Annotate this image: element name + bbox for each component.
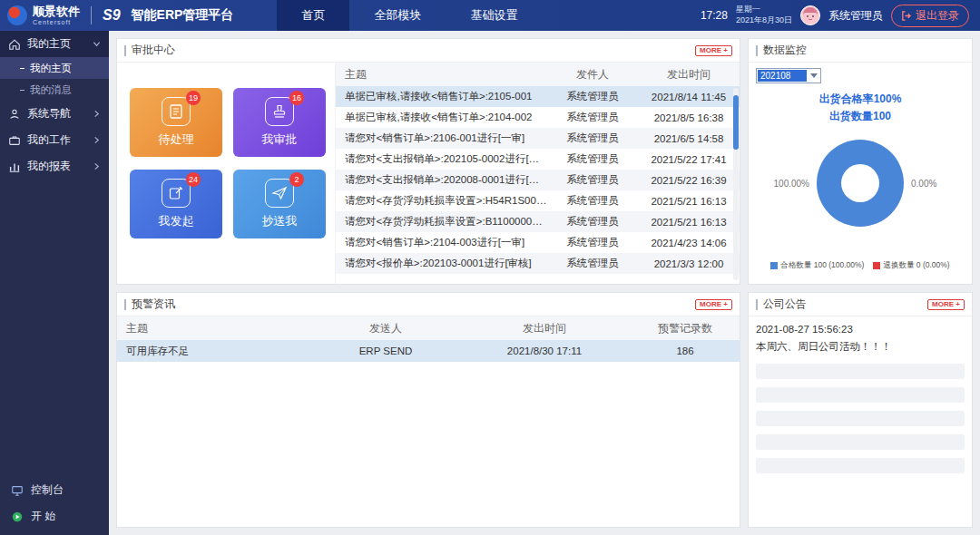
data-monitor-panel: 数据监控 202108 出货合格率100% 出货数量100 100.00% 0.… (748, 38, 973, 285)
announcement-empty-row (756, 411, 965, 426)
tile-initiated-by-me[interactable]: 24 我发起 (130, 170, 222, 238)
col-subject: 主题 (336, 67, 547, 83)
announcement-content[interactable]: 本周六、周日公司活动！！！ (756, 338, 965, 355)
row-count: 186 (631, 345, 740, 356)
pass-rate-stat: 出货合格率100% (819, 91, 902, 108)
brand-name-en: Centersoft (33, 19, 80, 25)
row-subject: 单据已审核,请接收<销售订单>:2105-001 (336, 90, 547, 103)
logout-button[interactable]: 退出登录 (891, 5, 969, 27)
brand-swirl-icon (7, 5, 27, 25)
tab-all-modules[interactable]: 全部模块 (349, 0, 446, 31)
table-row[interactable]: 单据已审核,请接收<销售订单>:2104-002 系统管理员 2021/8/5 … (336, 107, 740, 128)
period-select[interactable]: 202108 (756, 68, 821, 83)
user-name: 系统管理员 (828, 8, 883, 24)
table-row[interactable]: 请您对<支出报销单>:202008-0001进行[审核] 系统管理员 2021/… (336, 170, 740, 190)
sidebar-item-my-work[interactable]: 我的工作 (0, 127, 109, 153)
cc-badge: 2 (289, 172, 304, 187)
legend-label: 合格数量 100 (100.00%) (780, 260, 864, 271)
donut-ring (817, 140, 904, 227)
col-subject: 主题 (117, 321, 313, 336)
sidebar-item-system-nav[interactable]: 系统导航 (0, 101, 109, 127)
sub-item-dash (20, 68, 24, 69)
scrollbar-thumb[interactable] (733, 95, 739, 150)
announcement-more-link[interactable]: MORE + (927, 299, 965, 310)
sidebar-item-my-messages[interactable]: 我的消息 (0, 79, 109, 101)
sidebar-sub-label: 我的消息 (30, 83, 72, 97)
tab-basic-settings[interactable]: 基础设置 (446, 0, 542, 31)
tab-home[interactable]: 首页 (277, 0, 349, 31)
sidebar-group-label: 我的主页 (27, 36, 71, 52)
donut-legend: 合格数量 100 (100.00%) 退换数量 0 (0.00%) (770, 260, 949, 278)
row-time: 2021/3/3 12:00 (638, 258, 740, 269)
header-divider (91, 6, 92, 24)
announcement-empty-row (756, 364, 965, 379)
date-block: 星期一 2021年8月30日 (736, 5, 792, 25)
table-row[interactable]: 可用库存不足 ERP SEND 2021/8/30 17:11 186 (117, 340, 740, 362)
approval-scrollbar[interactable] (733, 88, 739, 280)
row-sender: 系统管理员 (547, 152, 638, 166)
row-sender: 系统管理员 (547, 90, 638, 103)
legend-label: 退换数量 0 (0.00%) (883, 260, 949, 271)
sidebar-sub-label: 我的主页 (30, 62, 72, 75)
user-avatar[interactable] (800, 5, 820, 25)
donut-chart: 100.00% 0.00% (766, 140, 955, 227)
app-title: 智能ERP管理平台 (132, 7, 234, 24)
sidebar: 我的主页 我的主页 我的消息 系统导航 我的工作 (0, 31, 109, 535)
stamp-icon (271, 103, 288, 120)
table-row[interactable]: 请您对<销售订单>:2104-003进行[一审] 系统管理员 2021/4/23… (336, 232, 740, 253)
title-accent-bar (756, 299, 758, 310)
row-subject: 请您对<报价单>:202103-0001进行[审核] (336, 257, 547, 270)
sidebar-item-my-home[interactable]: 我的主页 (0, 31, 109, 57)
row-subject: 请您对<销售订单>:2104-003进行[一审] (336, 236, 547, 249)
table-row[interactable]: 单据已审核,请接收<销售订单>:2105-001 系统管理员 2021/8/14… (336, 86, 740, 107)
row-subject: 请您对<销售订单>:2106-001进行[一审] (336, 131, 547, 145)
tile-pending[interactable]: 19 待处理 (130, 88, 222, 157)
start-play-icon (11, 511, 24, 523)
date-label: 2021年8月30日 (736, 15, 792, 26)
approval-table-header: 主题 发件人 发出时间 (336, 63, 740, 86)
sidebar-item-my-home-page[interactable]: 我的主页 (0, 57, 109, 79)
row-time: 2021/5/21 16:13 (638, 217, 740, 228)
row-time: 2021/8/14 11:45 (638, 92, 740, 102)
table-row[interactable]: 请您对<销售订单>:2106-001进行[一审] 系统管理员 2021/6/5 … (336, 128, 740, 149)
table-row[interactable]: 请您对<存货浮动耗损率设置>:B11000001进行[审核] 系统管理员 202… (336, 211, 740, 232)
table-row[interactable]: 请您对<支出报销单>:202105-0002进行[审核] 系统管理员 2021/… (336, 149, 740, 170)
chevron-right-icon (93, 110, 101, 118)
title-accent-bar (756, 45, 758, 56)
tile-label: 待处理 (159, 131, 194, 148)
row-sender: 系统管理员 (547, 236, 638, 249)
legend-swatch-blue (770, 262, 778, 269)
row-subject: 单据已审核,请接收<销售订单>:2104-002 (336, 111, 547, 124)
bar-chart-icon (8, 160, 21, 173)
row-sender: 系统管理员 (547, 194, 638, 208)
home-icon (8, 38, 21, 51)
legend-swatch-red (873, 262, 880, 269)
announcement-body: 2021-08-27 15:56:23 本周六、周日公司活动！！！ (749, 316, 972, 527)
ship-qty-stat: 出货数量100 (819, 108, 902, 125)
panel-title-approval: 审批中心 (124, 43, 175, 58)
row-sender: 系统管理员 (547, 131, 638, 145)
donut-left-label: 100.00% (766, 179, 809, 189)
sidebar-item-my-reports[interactable]: 我的报表 (0, 153, 109, 180)
start-button[interactable]: 开 始 (0, 503, 109, 530)
warning-more-link[interactable]: MORE + (695, 299, 732, 310)
tile-cc-to-me[interactable]: 2 抄送我 (233, 170, 326, 238)
col-time: 发出时间 (458, 321, 631, 336)
row-time: 2021/4/23 14:06 (638, 238, 740, 248)
console-button[interactable]: 控制台 (0, 477, 109, 503)
approval-more-link[interactable]: MORE + (695, 45, 732, 56)
logout-icon (901, 11, 911, 21)
table-row[interactable]: 请您对<报价单>:202103-0001进行[审核] 系统管理员 2021/3/… (336, 253, 740, 274)
announcement-empty-row (756, 458, 965, 473)
tile-my-approvals[interactable]: 16 我审批 (233, 88, 326, 157)
weekday-label: 星期一 (736, 5, 792, 15)
pending-badge: 19 (186, 91, 201, 105)
sidebar-group-label: 系统导航 (27, 106, 71, 122)
col-sender: 发送人 (313, 321, 458, 336)
announcement-empty-row (756, 387, 965, 403)
compose-icon (168, 185, 184, 201)
warning-info-panel: 预警资讯 MORE + 主题 发送人 发出时间 预警记录数 可用库存不足 ERP… (116, 292, 740, 528)
table-row[interactable]: 请您对<存货浮动耗损率设置>:H54R1S006002进行[审核] 系统管理员 … (336, 190, 740, 211)
col-time: 发出时间 (638, 67, 740, 83)
panel-title-monitor: 数据监控 (756, 43, 807, 58)
